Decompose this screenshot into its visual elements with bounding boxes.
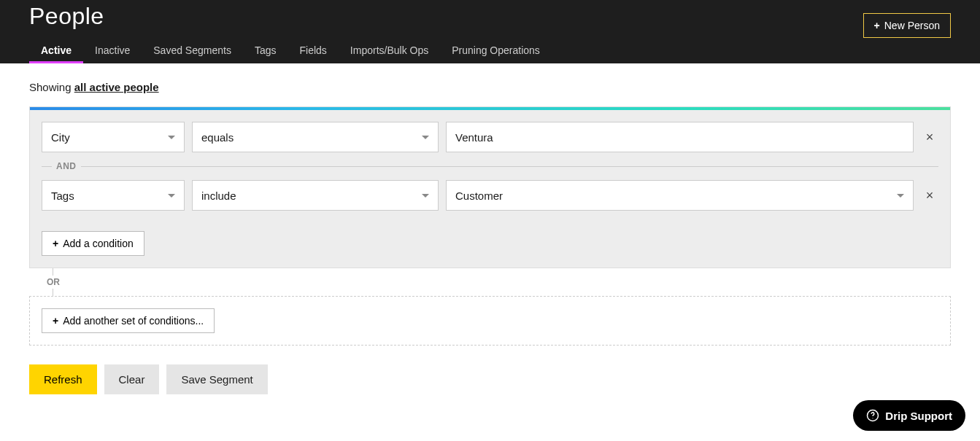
tab-tags[interactable]: Tags	[243, 37, 288, 63]
condition-field-dropdown[interactable]: Tags	[42, 180, 185, 211]
condition-value-text: Customer	[455, 190, 503, 202]
close-icon: ×	[926, 188, 934, 203]
page-title: People	[29, 3, 104, 30]
remove-condition-button[interactable]: ×	[921, 188, 938, 203]
showing-filter-link[interactable]: all active people	[74, 81, 159, 93]
action-buttons: Refresh Clear Save Segment	[29, 364, 951, 394]
add-condition-set-box: + Add another set of conditions...	[29, 296, 951, 346]
segment-conditions-box: City equals Ventura × AND Tags	[29, 106, 951, 268]
refresh-button[interactable]: Refresh	[29, 364, 97, 394]
condition-value-dropdown[interactable]: Customer	[446, 180, 914, 211]
app-header: People + New Person Active Inactive Save…	[0, 0, 980, 63]
connector-line	[53, 268, 53, 276]
save-segment-button[interactable]: Save Segment	[166, 364, 267, 394]
showing-prefix: Showing	[29, 81, 74, 93]
chevron-down-icon	[168, 194, 175, 198]
condition-field-dropdown[interactable]: City	[42, 122, 185, 152]
condition-row: Tags include Customer ×	[42, 180, 938, 211]
tab-active[interactable]: Active	[29, 37, 83, 63]
add-set-label: Add another set of conditions...	[63, 315, 204, 327]
tab-pruning-operations[interactable]: Pruning Operations	[440, 37, 552, 63]
svg-point-0	[868, 410, 879, 413]
condition-operator-value: include	[201, 190, 236, 202]
support-label: Drip Support	[885, 410, 952, 413]
connector-line	[53, 289, 53, 296]
condition-operator-value: equals	[201, 131, 234, 144]
tab-imports-bulk-ops[interactable]: Imports/Bulk Ops	[339, 37, 440, 63]
condition-row: City equals Ventura ×	[42, 122, 938, 152]
chevron-down-icon	[422, 136, 429, 139]
new-person-label: New Person	[884, 20, 940, 31]
condition-operator-dropdown[interactable]: include	[192, 180, 439, 211]
showing-line: Showing all active people	[29, 81, 951, 93]
and-divider: AND	[42, 161, 938, 171]
add-condition-set-button[interactable]: + Add another set of conditions...	[42, 308, 215, 333]
plus-icon: +	[53, 238, 58, 249]
condition-field-value: City	[51, 131, 70, 144]
clear-button[interactable]: Clear	[104, 364, 160, 394]
tab-bar: Active Inactive Saved Segments Tags Fiel…	[29, 37, 552, 63]
close-icon: ×	[926, 130, 934, 144]
condition-operator-dropdown[interactable]: equals	[192, 122, 439, 152]
new-person-button[interactable]: + New Person	[863, 13, 951, 38]
chevron-down-icon	[168, 136, 175, 139]
or-connector: OR	[29, 268, 951, 296]
plus-icon: +	[53, 315, 58, 327]
add-condition-label: Add a condition	[63, 238, 134, 249]
plus-icon: +	[874, 20, 880, 31]
condition-value-text: Ventura	[455, 131, 493, 144]
help-icon	[866, 409, 879, 412]
tab-inactive[interactable]: Inactive	[83, 37, 142, 63]
or-label: OR	[47, 276, 60, 289]
content-area: Showing all active people City equals Ve…	[0, 63, 980, 412]
tab-saved-segments[interactable]: Saved Segments	[142, 37, 243, 63]
add-condition-button[interactable]: + Add a condition	[42, 231, 144, 256]
tab-fields[interactable]: Fields	[288, 37, 338, 63]
chevron-down-icon	[422, 194, 429, 198]
support-widget[interactable]: Drip Support	[853, 400, 965, 412]
condition-value-input[interactable]: Ventura	[446, 122, 914, 152]
condition-field-value: Tags	[51, 190, 74, 202]
and-label: AND	[56, 161, 77, 171]
chevron-down-icon	[897, 194, 904, 198]
remove-condition-button[interactable]: ×	[921, 130, 938, 145]
